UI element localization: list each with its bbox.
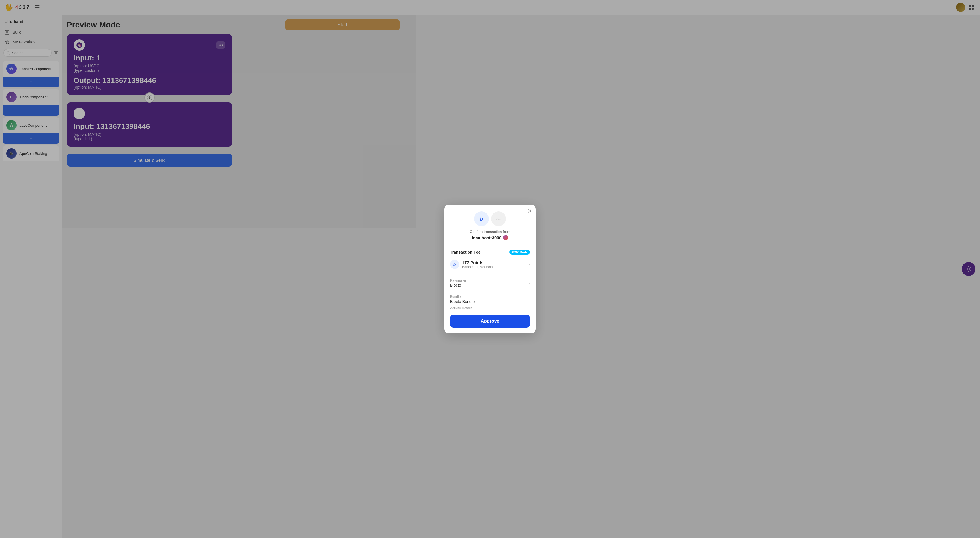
modal-overlay: ✕ b Confirm transaction from localhost:3… bbox=[0, 0, 415, 228]
